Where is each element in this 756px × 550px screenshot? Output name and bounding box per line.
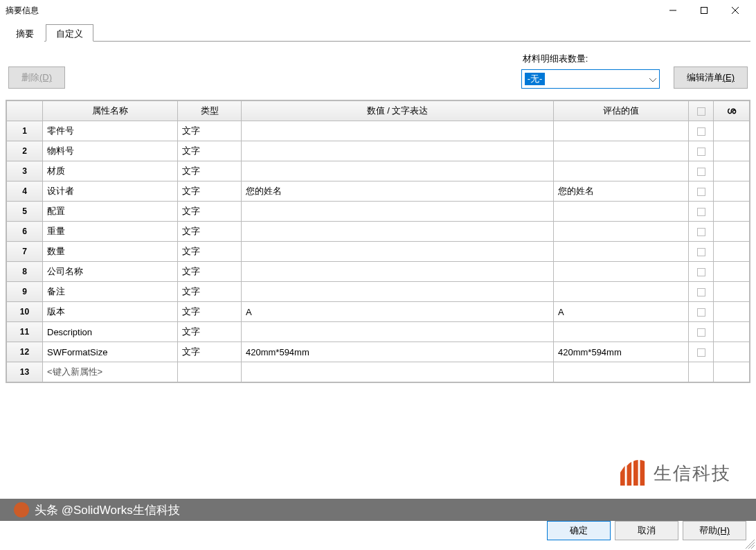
header-link[interactable]: ശ [714,101,750,121]
ok-button[interactable]: 确定 [547,521,611,540]
cell-type[interactable]: 文字 [178,161,242,181]
cell-link[interactable] [714,362,750,382]
tab-summary[interactable]: 摘要 [6,24,44,42]
edit-list-button[interactable]: 编辑清单(E) [674,66,748,89]
cell-value[interactable]: 您的姓名 [242,181,554,202]
cell-name[interactable]: 版本 [43,302,178,322]
cell-type[interactable]: 文字 [178,242,242,262]
cell-name[interactable]: 公司名称 [43,262,178,282]
header-value[interactable]: 数值 / 文字表达 [242,101,554,121]
table-row[interactable]: 3材质文字 [7,161,750,181]
cell-name[interactable]: 设计者 [43,181,178,202]
cell-check[interactable] [689,322,714,342]
cell-type[interactable]: 文字 [178,282,242,302]
header-corner[interactable] [7,101,43,121]
cell-value[interactable] [242,141,554,161]
resize-grip[interactable] [745,539,755,549]
cell-value[interactable] [242,362,554,382]
header-type[interactable]: 类型 [178,101,242,121]
cell-name-new[interactable]: <键入新属性> [43,362,178,382]
cell-link[interactable] [714,282,750,302]
cell-check[interactable] [689,181,714,202]
cell-check[interactable] [689,342,714,362]
cell-check[interactable] [689,242,714,262]
cell-type[interactable]: 文字 [178,302,242,322]
cell-link[interactable] [714,322,750,342]
cell-link[interactable] [714,222,750,242]
cell-value[interactable] [242,282,554,302]
dialog-content: 摘要 自定义 删除(D) 材料明细表数量: -无- 编辑清单(E) [0,21,756,389]
cell-type[interactable]: 文字 [178,342,242,362]
cell-type[interactable]: 文字 [178,202,242,222]
cell-value[interactable]: 420mm*594mm [242,342,554,362]
cell-value[interactable] [242,222,554,242]
cell-type[interactable] [178,362,242,382]
cell-check[interactable] [689,262,714,282]
cell-link[interactable] [714,141,750,161]
cell-name[interactable]: 物料号 [43,141,178,161]
cell-value[interactable]: A [242,302,554,322]
cell-name[interactable]: 配置 [43,202,178,222]
cell-eval [554,322,689,342]
cell-link[interactable] [714,262,750,282]
header-check[interactable] [689,101,714,121]
table-row[interactable]: 10版本文字AA [7,302,750,322]
cell-link[interactable] [714,302,750,322]
table-row[interactable]: 5配置文字 [7,202,750,222]
table-row[interactable]: 4设计者文字您的姓名您的姓名 [7,181,750,202]
cell-value[interactable] [242,121,554,141]
cell-check[interactable] [689,362,714,382]
table-row[interactable]: 11Description文字 [7,322,750,342]
table-row[interactable]: 1零件号文字 [7,121,750,141]
cell-name[interactable]: 数量 [43,242,178,262]
cell-name[interactable]: 重量 [43,222,178,242]
bom-dropdown[interactable]: -无- [521,69,660,89]
cell-value[interactable] [242,202,554,222]
table-row[interactable]: 7数量文字 [7,242,750,262]
cell-link[interactable] [714,242,750,262]
cell-name[interactable]: 零件号 [43,121,178,141]
cell-type[interactable]: 文字 [178,322,242,342]
cell-value[interactable] [242,242,554,262]
table-row[interactable]: 2物料号文字 [7,141,750,161]
cell-type[interactable]: 文字 [178,181,242,202]
close-button[interactable] [719,0,750,21]
cell-type[interactable]: 文字 [178,262,242,282]
cell-check[interactable] [689,302,714,322]
cell-check[interactable] [689,282,714,302]
table-row[interactable]: 6重量文字 [7,222,750,242]
header-name[interactable]: 属性名称 [43,101,178,121]
minimize-button[interactable] [657,0,688,21]
cell-eval [554,262,689,282]
cell-type[interactable]: 文字 [178,222,242,242]
cell-link[interactable] [714,161,750,181]
cell-type[interactable]: 文字 [178,141,242,161]
cell-name[interactable]: SWFormatSize [43,342,178,362]
cell-link[interactable] [714,342,750,362]
cell-name[interactable]: 备注 [43,282,178,302]
table-row[interactable]: 8公司名称文字 [7,262,750,282]
table-row[interactable]: 12SWFormatSize文字420mm*594mm420mm*594mm [7,342,750,362]
cell-value[interactable] [242,161,554,181]
table-row[interactable]: 9备注文字 [7,282,750,302]
cancel-button[interactable]: 取消 [615,521,678,540]
cell-value[interactable] [242,322,554,342]
cell-check[interactable] [689,202,714,222]
cell-link[interactable] [714,121,750,141]
cell-link[interactable] [714,202,750,222]
table-row-new[interactable]: 13<键入新属性> [7,362,750,382]
help-button[interactable]: 帮助(H) [683,521,746,540]
maximize-button[interactable] [688,0,719,21]
cell-check[interactable] [689,161,714,181]
cell-check[interactable] [689,121,714,141]
header-eval[interactable]: 评估的值 [554,101,689,121]
cell-link[interactable] [714,181,750,202]
cell-value[interactable] [242,262,554,282]
cell-name[interactable]: 材质 [43,161,178,181]
delete-button[interactable]: 删除(D) [8,66,65,89]
cell-type[interactable]: 文字 [178,121,242,141]
cell-check[interactable] [689,141,714,161]
cell-name[interactable]: Description [43,322,178,342]
cell-check[interactable] [689,222,714,242]
tab-custom[interactable]: 自定义 [46,24,93,42]
